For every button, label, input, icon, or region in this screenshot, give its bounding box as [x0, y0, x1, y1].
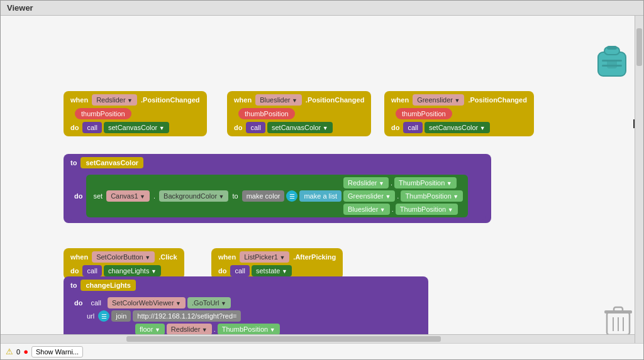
- canvas1-component[interactable]: Canvas1: [106, 190, 150, 202]
- component-greenslider[interactable]: Greenslider: [413, 94, 464, 106]
- to-label-1: to: [69, 159, 79, 166]
- event-label-1: .PositionChanged: [139, 96, 202, 104]
- gotourl-prop[interactable]: .GoToUrl: [187, 297, 231, 308]
- thumb-position-green[interactable]: ThumbPosition: [401, 190, 463, 202]
- call-label-5: call: [230, 265, 250, 276]
- var-thumbposition-1: thumbPosition: [75, 108, 131, 119]
- event-block-5: when ListPicker1 .AfterPicking do call s…: [211, 248, 343, 280]
- do-label-3: do: [389, 124, 401, 131]
- call-label-4: call: [82, 265, 102, 276]
- make-list-block[interactable]: make a list: [299, 190, 341, 202]
- trash-icon[interactable]: [604, 306, 632, 337]
- proc-name-1[interactable]: setCanvasColor: [80, 157, 143, 168]
- redslider-proc2[interactable]: Redslider: [167, 324, 212, 335]
- event-label-2: .PositionChanged: [304, 96, 367, 104]
- method-2[interactable]: setCanvasColor: [267, 122, 333, 133]
- component-blueslider[interactable]: Blueslider: [255, 94, 302, 106]
- svg-rect-5: [607, 60, 617, 68]
- method-1[interactable]: setCanvasColor: [104, 122, 169, 133]
- to2-label: to: [230, 192, 240, 200]
- url-string: http://192.168.1.12/setlight?red=: [133, 310, 241, 322]
- blueslider-thumb-1[interactable]: Blueslider: [343, 204, 390, 215]
- var-thumbposition-3: thumbPosition: [396, 108, 452, 119]
- setstate-method[interactable]: setstate: [252, 265, 292, 276]
- do-label-4: do: [69, 267, 80, 275]
- event-block-2: when Blueslider .PositionChanged thumbPo…: [227, 91, 371, 136]
- do-label-2: do: [232, 124, 244, 131]
- to-label-2: to: [69, 281, 79, 289]
- greenslider-thumb-1[interactable]: Greenslider: [343, 190, 395, 202]
- make-color-block[interactable]: make color: [242, 190, 285, 202]
- method-3[interactable]: setCanvasColor: [425, 122, 490, 133]
- show-warnings-button[interactable]: Show Warni...: [31, 346, 83, 357]
- url-label: url: [85, 312, 96, 320]
- when-label-4: when: [69, 253, 90, 261]
- warning-bar: ⚠ 0 ● Show Warni...: [1, 343, 643, 359]
- backpack-icon[interactable]: [593, 41, 631, 82]
- svg-rect-2: [607, 46, 617, 50]
- call-label-1: call: [82, 122, 102, 133]
- when-label-5: when: [216, 253, 238, 261]
- when-label-2: when: [232, 96, 253, 104]
- error-icon: ●: [23, 347, 28, 356]
- redslider-thumb-1[interactable]: Redslider: [343, 177, 389, 188]
- proc-name-2[interactable]: changeLights: [80, 280, 136, 291]
- thumb-position-red[interactable]: ThumbPosition: [394, 177, 457, 188]
- floor-block[interactable]: floor: [135, 324, 165, 335]
- event-block-4: when SetColorButton .Click do call chang…: [64, 248, 184, 280]
- event-block-3: when Greenslider .PositionChanged thumbP…: [384, 91, 534, 136]
- do-label-5: do: [216, 267, 228, 275]
- setcolorwebviewer-method[interactable]: SetColorWebViewer: [108, 297, 186, 308]
- join-block[interactable]: join: [111, 310, 131, 322]
- call-label-proc2: call: [86, 297, 106, 308]
- cyan-circle-2: ☰: [98, 310, 109, 322]
- do-label-1: do: [69, 124, 80, 131]
- when-label-3: when: [389, 96, 411, 104]
- scroll-thumb-vertical[interactable]: [636, 28, 642, 66]
- title-bar: Viewer: [1, 1, 643, 16]
- var-thumbposition-2: thumbPosition: [238, 108, 295, 119]
- changelights-method[interactable]: changeLights: [104, 265, 161, 276]
- do-label-proc1: do: [72, 192, 84, 200]
- component-redslider[interactable]: Redslider: [92, 94, 137, 106]
- click-event: .Click: [157, 253, 179, 261]
- bg-color-prop[interactable]: BackgroundColor: [159, 190, 228, 202]
- scroll-thumb-horizontal[interactable]: [126, 336, 441, 342]
- when-label-1: when: [69, 96, 90, 104]
- window-title: Viewer: [7, 3, 33, 13]
- warning-icon: ⚠: [6, 347, 13, 356]
- viewer-window: Viewer when Redslider .PositionChanged t…: [0, 0, 644, 360]
- call-label-3: call: [403, 122, 423, 133]
- listpicker-comp[interactable]: ListPicker1: [240, 251, 289, 263]
- afterpicking-event: .AfterPicking: [291, 253, 338, 261]
- event-block-1: when Redslider .PositionChanged thumbPos…: [64, 91, 207, 136]
- event-label-3: .PositionChanged: [466, 96, 529, 104]
- call-label-2: call: [246, 122, 265, 133]
- cyan-circle: ☰: [286, 190, 297, 202]
- do-label-proc2: do: [72, 299, 84, 307]
- thumb-position-blue[interactable]: ThumbPosition: [396, 204, 458, 215]
- set-label: set: [91, 192, 104, 200]
- horizontal-scrollbar[interactable]: [1, 334, 635, 343]
- block-canvas[interactable]: when Redslider .PositionChanged thumbPos…: [1, 16, 643, 359]
- setcolorbutton-comp[interactable]: SetColorButton: [92, 251, 155, 263]
- warn-count: 0: [16, 348, 20, 356]
- thumbposition-proc2[interactable]: ThumbPosition: [218, 324, 280, 335]
- vertical-scrollbar[interactable]: [635, 16, 643, 359]
- svg-rect-8: [614, 307, 623, 312]
- procedure-block-1: to setCanvasColor do set Canvas1 . Backg…: [64, 154, 491, 223]
